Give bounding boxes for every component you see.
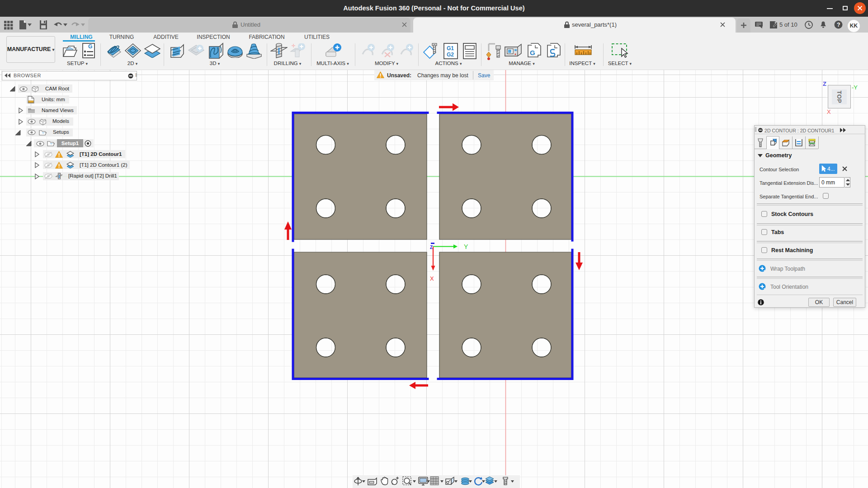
svg-text:G: G xyxy=(88,43,92,50)
svg-text:?: ? xyxy=(837,22,840,28)
svg-text:G: G xyxy=(530,49,535,56)
svg-text:X: X xyxy=(430,275,434,282)
svg-text:G1: G1 xyxy=(447,45,454,52)
svg-text:Y: Y xyxy=(464,243,468,250)
svg-text:Z: Z xyxy=(430,245,433,250)
svg-text:G2: G2 xyxy=(447,52,454,58)
